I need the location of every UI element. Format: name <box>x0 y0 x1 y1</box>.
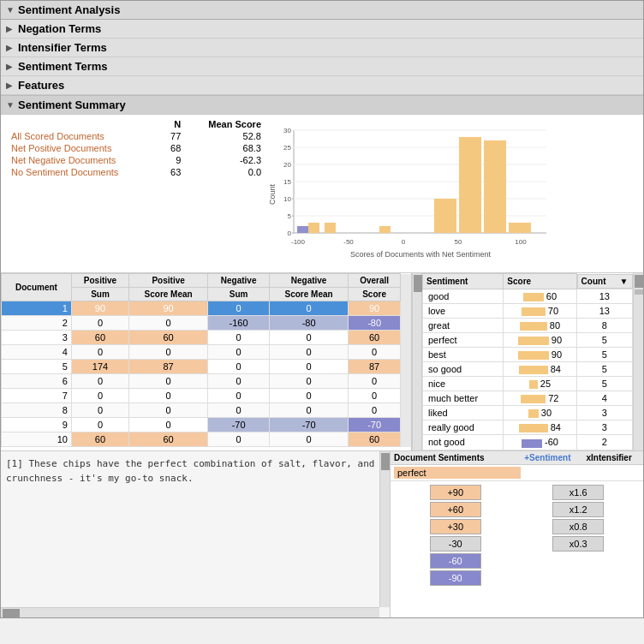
sentiment-term-row: perfect <box>391 465 643 481</box>
cell-sentiment-term: so good <box>423 361 504 376</box>
cell-neg-sum: 0 <box>208 432 270 447</box>
cell-score: 84 <box>504 420 576 435</box>
sentiment-term: perfect <box>394 467 521 479</box>
tree-item-features[interactable]: ▶ Features <box>1 76 643 95</box>
table-row[interactable]: 9 0 0 -70 -70 -70 <box>2 418 411 432</box>
list-item[interactable]: really good 84 3 <box>423 420 633 435</box>
list-item[interactable]: best 90 5 <box>423 347 633 361</box>
tree-item-sentiment-terms[interactable]: ▶ Sentiment Terms <box>1 57 643 76</box>
doc-text-content: [1] These chips have the perfect combina… <box>6 456 385 486</box>
summary-row-label: Net Negative Documents <box>8 154 161 166</box>
cell-overall: -80 <box>349 316 401 331</box>
list-item[interactable]: great 80 8 <box>423 318 633 332</box>
data-table-section: Document Positive Positive Negative Nega… <box>1 272 643 450</box>
cell-pos-mean: 60 <box>129 331 208 345</box>
cell-pos-sum: 60 <box>71 432 128 447</box>
score-btn-neg90[interactable]: -90 <box>430 570 481 586</box>
cell-pos-mean: 0 <box>129 389 208 403</box>
cell-pos-mean: 0 <box>129 345 208 360</box>
table-row[interactable]: 8 0 0 0 0 0 <box>2 403 411 418</box>
cell-sentiment-term: nice <box>423 377 504 391</box>
cell-doc: 2 <box>2 316 72 331</box>
col-sentiment: Sentiment <box>423 274 504 289</box>
y-axis-label: Count <box>268 184 277 206</box>
doc-text-vscroll[interactable] <box>379 451 390 607</box>
cell-sentiment-term: liked <box>423 406 504 420</box>
cell-neg-mean: 0 <box>269 345 348 360</box>
cell-score: 72 <box>504 391 576 406</box>
doc-text-hscroll[interactable] <box>1 607 379 617</box>
cell-doc: 8 <box>2 403 72 418</box>
list-item[interactable]: perfect 90 5 <box>423 332 633 347</box>
scroll-cell <box>401 374 411 389</box>
score-btn-30[interactable]: +30 <box>430 519 481 534</box>
list-item[interactable]: not good -60 2 <box>423 435 633 450</box>
cell-count: 3 <box>576 420 632 435</box>
table-row[interactable]: 3 60 60 0 0 60 <box>2 331 411 345</box>
tree-item-negation[interactable]: ▶ Negation Terms <box>1 20 643 39</box>
table-row[interactable]: 5 174 87 0 0 87 <box>2 360 411 374</box>
cell-sentiment-term: great <box>423 318 504 332</box>
tree-item-sentiment-summary[interactable]: ▼ Sentiment Summary <box>1 95 643 115</box>
cell-pos-mean: 87 <box>129 360 208 374</box>
summary-table: N Mean Score All Scored Documents 77 52.… <box>8 118 265 178</box>
summary-row-mean: 52.8 <box>184 130 265 142</box>
list-item[interactable]: good 60 13 <box>423 289 633 303</box>
cell-overall: 0 <box>349 374 401 389</box>
features-label: Features <box>18 79 64 92</box>
summary-col-mean: Mean Score <box>184 118 265 130</box>
list-item[interactable]: liked 30 3 <box>423 406 633 420</box>
svg-text:-50: -50 <box>343 238 354 246</box>
tree-item-sentiment-analysis[interactable]: ▼ Sentiment Analysis <box>1 1 643 20</box>
sentiment-summary-content: N Mean Score All Scored Documents 77 52.… <box>1 115 643 617</box>
x-axis-title: Scores of Documents with Net Sentiment <box>350 250 492 259</box>
table-row[interactable]: 2 0 0 -160 -80 -80 <box>2 316 411 331</box>
cell-neg-mean: -70 <box>269 418 348 432</box>
cell-neg-sum: 0 <box>208 403 270 418</box>
svg-text:100: 100 <box>515 238 527 246</box>
tree-item-intensifier[interactable]: ▶ Intensifier Terms <box>1 39 643 57</box>
cell-score: 90 <box>504 332 576 347</box>
score-btn-90[interactable]: +90 <box>430 485 481 500</box>
intensifier-btn-0-3[interactable]: x0.3 <box>552 536 604 552</box>
scroll-col <box>401 274 411 288</box>
score-btn-neg30[interactable]: -30 <box>430 536 481 552</box>
summary-label: Sentiment Summary <box>18 98 126 111</box>
list-item[interactable]: love 70 13 <box>423 303 633 318</box>
bar-pos-100 <box>509 223 531 233</box>
intensifier-btn-0-8[interactable]: x0.8 <box>552 519 604 534</box>
cell-sentiment-term: really good <box>423 420 504 435</box>
cell-score: 25 <box>504 377 576 391</box>
svg-text:5: 5 <box>288 212 292 220</box>
intensifier-btn-1-2[interactable]: x1.2 <box>552 502 604 517</box>
cell-neg-sum: 0 <box>208 301 270 316</box>
cell-pos-mean: 60 <box>129 432 208 447</box>
table-row[interactable]: 1 90 90 0 0 90 <box>2 301 411 316</box>
table-row[interactable]: 10 60 60 0 0 60 <box>2 432 411 447</box>
bar-pos-25 <box>434 199 456 233</box>
intensifier-btn-1-6[interactable]: x1.6 <box>552 485 604 500</box>
doc-hscroll-thumb <box>3 609 20 617</box>
summary-row-mean: 0.0 <box>184 166 265 178</box>
left-scrollbar[interactable] <box>412 273 422 450</box>
table-row[interactable]: 4 0 0 0 0 0 <box>2 345 411 360</box>
cell-neg-mean: 0 <box>269 389 348 403</box>
table-row[interactable]: 6 0 0 0 0 0 <box>2 374 411 389</box>
list-item[interactable]: nice 25 5 <box>423 377 633 391</box>
score-btn-60[interactable]: +60 <box>430 502 481 517</box>
intensifier-label: Intensifier Terms <box>18 41 107 54</box>
scroll-cell <box>401 301 411 316</box>
col-document: Document <box>2 274 72 301</box>
svg-text:0: 0 <box>402 238 406 246</box>
list-item[interactable]: so good 84 5 <box>423 361 633 376</box>
col-score: Score <box>504 274 576 289</box>
cell-pos-sum: 0 <box>71 403 128 418</box>
table-row[interactable]: 7 0 0 0 0 0 <box>2 389 411 403</box>
svg-text:20: 20 <box>283 161 291 169</box>
cell-neg-sum: 0 <box>208 389 270 403</box>
cell-neg-sum: 0 <box>208 374 270 389</box>
score-btn-neg60[interactable]: -60 <box>430 553 481 569</box>
right-scrollbar[interactable] <box>633 273 643 450</box>
cell-sentiment-term: perfect <box>423 332 504 347</box>
list-item[interactable]: much better 72 4 <box>423 391 633 406</box>
